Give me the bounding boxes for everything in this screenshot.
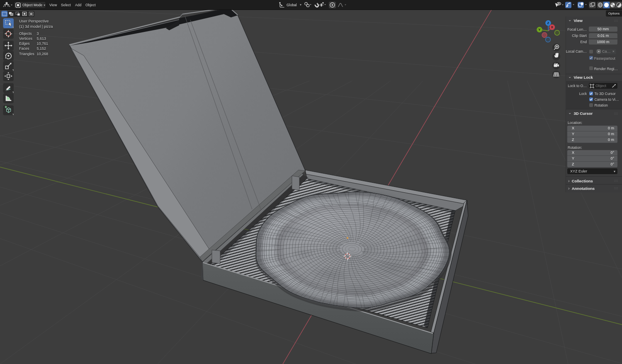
- svg-text:Y: Y: [538, 28, 541, 32]
- svg-text:Z: Z: [547, 21, 549, 25]
- svg-text:X: X: [551, 25, 554, 29]
